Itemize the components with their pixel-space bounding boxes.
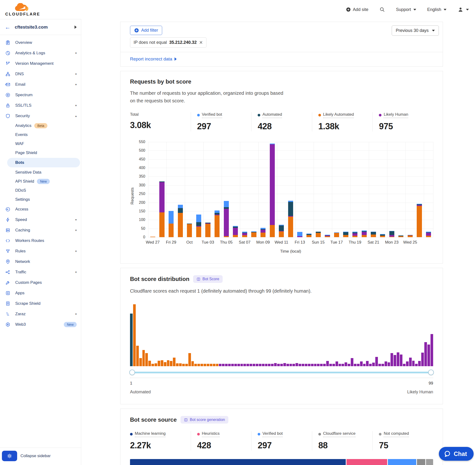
stacked-bar-day-24[interactable] (360, 142, 369, 237)
slider-min-value: 1 (130, 381, 132, 386)
add-site-button[interactable]: Add site (346, 7, 368, 12)
stacked-bar-day-17[interactable] (295, 142, 305, 237)
sidebar-item-email[interactable]: Email▾ (0, 79, 81, 90)
stacked-bar-day-18[interactable] (304, 142, 314, 237)
dns-icon (5, 71, 11, 77)
stacked-bar-day-6[interactable] (194, 142, 203, 237)
stacked-bar-day-10[interactable] (231, 142, 240, 237)
sidebar-item-bots[interactable]: Bots (7, 158, 80, 167)
stacked-bar-day-26[interactable] (378, 142, 387, 237)
slider-handle-max[interactable] (428, 370, 434, 375)
support-menu[interactable]: Support (396, 7, 416, 12)
slider-track[interactable] (130, 372, 433, 373)
stacked-bar-day-3[interactable] (167, 142, 176, 237)
filter-chip[interactable]: IP does not equal 35.212.240.32 ✕ (130, 37, 206, 48)
stacked-bar-day-22[interactable] (341, 142, 350, 237)
search-button[interactable] (379, 7, 385, 12)
stacked-bar-day-5[interactable] (185, 142, 194, 237)
chat-button[interactable]: Chat (439, 447, 474, 461)
stacked-bar-day-1[interactable] (148, 142, 157, 237)
stacked-bar-day-9[interactable] (222, 142, 231, 237)
stat-label[interactable]: Not computed (384, 431, 409, 437)
stacked-bar-day-8[interactable] (212, 142, 222, 237)
sidebar-item-version-management[interactable]: Version Management (0, 58, 81, 69)
stacked-bar-day-27[interactable] (387, 142, 396, 237)
report-incorrect-data-link[interactable]: Report incorrect data (130, 56, 177, 62)
remove-filter-icon[interactable]: ✕ (199, 40, 203, 45)
sidebar-item-custom-pages[interactable]: Custom Pages (0, 277, 81, 288)
sidebar-item-rules[interactable]: Rules▾ (0, 246, 81, 256)
sidebar-item-network[interactable]: Network (0, 256, 81, 267)
histogram-bar-score-30 (219, 364, 222, 366)
segment-likely-automated (205, 224, 210, 237)
sidebar-item-overview[interactable]: Overview (0, 37, 81, 48)
source-section-title: Bot score source (130, 416, 177, 423)
stacked-bar-day-28[interactable] (396, 142, 405, 237)
stacked-bar-day-30[interactable] (415, 142, 424, 237)
sidebar-item-scrape-shield[interactable]: Scrape Shield (0, 298, 81, 309)
stacked-bar-day-20[interactable] (323, 142, 332, 237)
chevron-up-icon: ▴ (75, 114, 77, 118)
sidebar-item-label: Page Shield (15, 150, 37, 155)
chevron-down-icon: ▾ (75, 229, 77, 232)
sidebar-item-events[interactable]: Events (0, 130, 81, 139)
stat-label[interactable]: Verified bot (202, 112, 222, 118)
sidebar-item-ssl-tls[interactable]: SSL/TLS▾ (0, 100, 81, 111)
stat-label[interactable]: Machine learning (135, 431, 166, 437)
histogram-bar-score-40 (250, 364, 252, 366)
segment-likely-automated (325, 236, 330, 237)
date-range-dropdown[interactable]: Previous 30 days (392, 25, 439, 36)
stacked-bar-day-19[interactable] (314, 142, 323, 237)
stat-label[interactable]: Automated (262, 112, 282, 118)
settings-gear-button[interactable] (2, 451, 17, 461)
stacked-bar-day-4[interactable] (176, 142, 185, 237)
sidebar-item-analytics-logs[interactable]: Analytics & Logs▾ (0, 48, 81, 58)
slider-handle-min[interactable] (129, 370, 135, 375)
sidebar-item-traffic[interactable]: Traffic▾ (0, 267, 81, 277)
stacked-bar-day-2[interactable] (157, 142, 167, 237)
stacked-bar-day-12[interactable] (249, 142, 259, 237)
sidebar-item-access[interactable]: Access (0, 204, 81, 214)
stacked-bar-day-23[interactable] (350, 142, 360, 237)
stat-label[interactable]: Cloudflare service (323, 431, 356, 437)
stacked-bar-day-21[interactable] (332, 142, 341, 237)
sidebar-item-zaraz[interactable]: Zaraz▾ (0, 309, 81, 319)
account-menu[interactable] (457, 6, 469, 13)
sidebar-item-apps[interactable]: Apps (0, 288, 81, 298)
stat-label[interactable]: Likely Automated (323, 112, 354, 118)
stacked-bar-day-31[interactable] (424, 142, 433, 237)
sidebar-item-api-shield[interactable]: API ShieldNew (0, 177, 81, 186)
stacked-bar-day-7[interactable] (203, 142, 213, 237)
sidebar-item-analytics[interactable]: AnalyticsBeta (0, 121, 81, 130)
sidebar-item-settings[interactable]: Settings (0, 195, 81, 204)
sidebar-item-waf[interactable]: WAF (0, 139, 81, 148)
sidebar-item-web3[interactable]: Web3New (0, 319, 81, 330)
histogram-bar-score-59 (308, 364, 310, 366)
bot-score-generation-badge[interactable]: Bot score generation (180, 416, 228, 423)
stat-label[interactable]: Likely Human (384, 112, 408, 118)
stacked-bar-day-25[interactable] (369, 142, 378, 237)
stacked-bar-day-11[interactable] (240, 142, 249, 237)
stat-label[interactable]: Heuristics (202, 431, 220, 437)
sidebar-item-security[interactable]: Security▴ (0, 111, 81, 121)
stacked-bar-day-14[interactable] (268, 142, 277, 237)
sidebar-item-caching[interactable]: Caching▾ (0, 225, 81, 235)
stat-label[interactable]: Verified bot (262, 431, 283, 437)
stacked-bar-day-15[interactable] (277, 142, 286, 237)
stacked-bar-day-13[interactable] (258, 142, 268, 237)
collapse-sidebar-label[interactable]: Collapse sidebar (21, 454, 51, 458)
sidebar-item-dns[interactable]: DNS▾ (0, 69, 81, 79)
add-filter-button[interactable]: Add filter (130, 26, 162, 35)
site-expand-icon[interactable] (74, 25, 77, 29)
language-menu[interactable]: English (427, 7, 446, 12)
sidebar-item-sensitive-data[interactable]: Sensitive Data (0, 168, 81, 177)
sidebar-item-ddos[interactable]: DDoS (0, 186, 81, 195)
back-arrow-icon[interactable]: ← (5, 24, 11, 31)
sidebar-item-workers-routes[interactable]: Workers Routes (0, 235, 81, 246)
sidebar-item-page-shield[interactable]: Page Shield (0, 148, 81, 157)
stacked-bar-day-16[interactable] (286, 142, 295, 237)
sidebar-item-spectrum[interactable]: Spectrum (0, 90, 81, 100)
sidebar-item-speed[interactable]: Speed▾ (0, 214, 81, 225)
stacked-bar-day-29[interactable] (405, 142, 415, 237)
bot-score-badge[interactable]: Bot Score (193, 275, 222, 283)
